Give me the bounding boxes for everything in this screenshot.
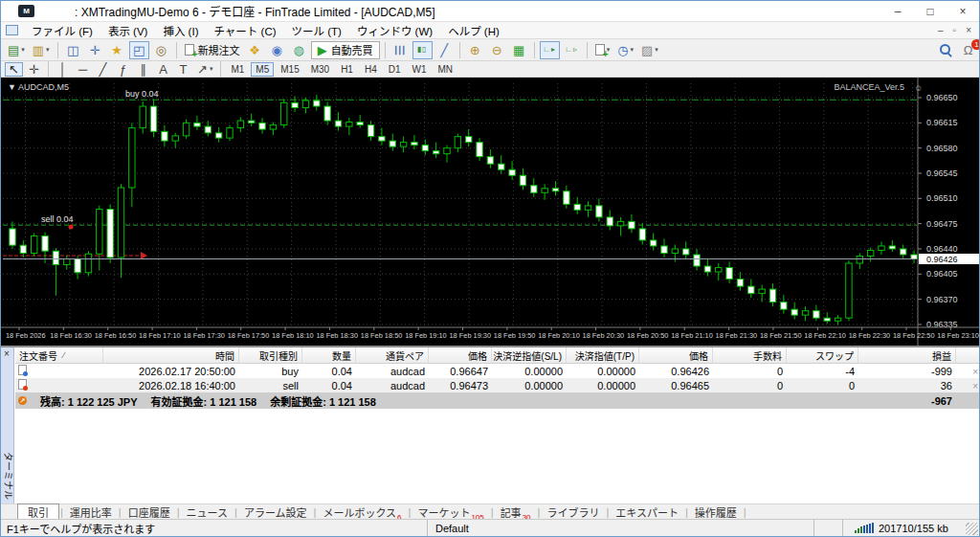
- crosshair-button[interactable]: ✛: [25, 62, 43, 77]
- tile-windows-button[interactable]: ▦: [509, 41, 529, 59]
- tab-7[interactable]: 記事30: [495, 504, 537, 520]
- chart-line-button[interactable]: ╱: [434, 41, 455, 59]
- menu-item-3[interactable]: チャート (C): [206, 26, 283, 37]
- tab-2[interactable]: 口座履歴: [122, 504, 176, 520]
- trend-line-button[interactable]: ╱: [94, 62, 112, 77]
- search-button[interactable]: [936, 41, 956, 59]
- text-label-button[interactable]: T: [174, 62, 192, 77]
- toolbox-button[interactable]: ◰: [129, 41, 149, 59]
- tab-1[interactable]: 運用比率: [64, 504, 118, 520]
- candle-body: [911, 255, 917, 259]
- column-header-7[interactable]: 決済指値(T/P): [567, 347, 639, 363]
- metaeditor-button[interactable]: ❖: [245, 41, 265, 59]
- horizontal-line-icon: ─: [78, 63, 87, 76]
- chart-shift-button[interactable]: ∟▹: [562, 41, 582, 59]
- data-window-button[interactable]: ✛: [85, 41, 105, 59]
- column-header-4[interactable]: 通貨ペア: [356, 347, 429, 363]
- child-minimize-button[interactable]: –: [938, 25, 944, 35]
- toolbox-icon: ◰: [133, 44, 145, 56]
- column-header-11[interactable]: 損益: [858, 347, 956, 363]
- column-header-8[interactable]: 価格: [639, 347, 713, 363]
- periods-button[interactable]: ◷▾: [614, 41, 636, 59]
- close-button[interactable]: ×: [947, 1, 979, 21]
- tab-4[interactable]: アラーム設定: [238, 504, 313, 520]
- column-header-6[interactable]: 決済逆指値(S/L): [492, 347, 567, 363]
- tab-3[interactable]: ニュース: [181, 504, 234, 520]
- menu-item-1[interactable]: 表示 (V): [100, 26, 156, 37]
- market-watch-button[interactable]: ◫: [63, 41, 83, 59]
- column-header-9[interactable]: 手数料: [713, 347, 787, 363]
- timeframe-w1[interactable]: W1: [408, 62, 432, 77]
- child-restore-button[interactable]: ▫: [953, 25, 957, 35]
- new-chart-button[interactable]: ▤▾: [5, 41, 28, 59]
- column-header-5[interactable]: 価格: [429, 347, 492, 363]
- chart-window-icon[interactable]: [6, 25, 18, 35]
- timeframe-mn[interactable]: MN: [434, 62, 458, 77]
- menu-item-5[interactable]: ウィンドウ (W): [349, 26, 440, 37]
- timeframe-m1[interactable]: M1: [226, 62, 249, 77]
- fibonacci-button[interactable]: ƒ: [114, 62, 132, 77]
- candle-body: [75, 259, 80, 273]
- chart-candles-button[interactable]: ▮▯: [412, 41, 433, 59]
- tab-8[interactable]: ライブラリ: [541, 504, 605, 520]
- menu-item-6[interactable]: ヘルプ (H): [440, 26, 507, 37]
- indicators-button[interactable]: ▾: [592, 41, 613, 59]
- close-position-button[interactable]: ×: [972, 381, 978, 392]
- order-row-1[interactable]: 2026.02.18 16:40:00sell0.04audcad0.96473…: [15, 378, 979, 392]
- objects-icon: ↗: [197, 63, 208, 76]
- menu-item-0[interactable]: ファイル (F): [24, 26, 100, 37]
- timeframe-h4[interactable]: H4: [360, 62, 382, 77]
- timeframe-m30[interactable]: M30: [306, 62, 334, 77]
- new-order-button[interactable]: 新規注文: [182, 41, 243, 59]
- chart-bars-icon: ☰: [394, 44, 407, 56]
- toolbox-close-icon[interactable]: ×: [4, 348, 10, 359]
- column-header-2[interactable]: 取引種別: [239, 347, 302, 363]
- objects-button[interactable]: ↗▾: [194, 62, 215, 77]
- timeframe-d1[interactable]: D1: [384, 62, 406, 77]
- resize-grip[interactable]: [966, 523, 978, 535]
- profiles-button[interactable]: ▥▾: [30, 41, 53, 59]
- channel-button[interactable]: ∥: [134, 62, 152, 77]
- navigator-button[interactable]: ★: [107, 41, 127, 59]
- auto-trading-button[interactable]: ▶自動売買: [311, 41, 380, 59]
- time-axis-label: 18 Feb 17:50: [228, 331, 270, 340]
- web-terminal-button[interactable]: ◍: [289, 41, 309, 59]
- status-profile[interactable]: Default: [428, 520, 814, 536]
- toolbar-separator: [176, 42, 177, 58]
- child-close-button[interactable]: ×: [966, 25, 971, 35]
- column-header-3[interactable]: 数量: [302, 347, 356, 363]
- tab-5[interactable]: メールボックス6: [317, 504, 407, 520]
- zoom-in-button[interactable]: ⊕: [465, 41, 485, 59]
- menu-item-2[interactable]: 挿入 (I): [155, 26, 206, 37]
- text-button[interactable]: A: [154, 62, 172, 77]
- menu-item-4[interactable]: ツール (T): [284, 26, 349, 37]
- price-chart[interactable]: 0.966500.966150.965800.965450.965100.964…: [1, 78, 980, 346]
- chart-colors-button[interactable]: ▨▾: [638, 41, 661, 59]
- vertical-line-button[interactable]: │: [54, 62, 72, 77]
- strategy-tester-button[interactable]: ◎: [151, 41, 171, 59]
- maximize-button[interactable]: □: [914, 1, 947, 21]
- community-button[interactable]: ◉: [267, 41, 287, 59]
- candle-body: [314, 101, 320, 106]
- close-position-button[interactable]: ×: [972, 367, 978, 377]
- order-row-0[interactable]: 2026.02.17 20:50:00buy0.04audcad0.966470…: [15, 364, 979, 378]
- tab-6[interactable]: マーケット105: [412, 504, 489, 520]
- column-header-1[interactable]: 時間: [103, 347, 239, 363]
- notifications-button[interactable]: Ω1: [958, 41, 978, 59]
- horizontal-line-button[interactable]: ─: [74, 62, 92, 77]
- zoom-out-button[interactable]: ⊖: [487, 41, 507, 59]
- tab-9[interactable]: エキスパート: [610, 504, 684, 520]
- chart-symbol-label: ▼ AUDCAD,M5: [8, 82, 69, 92]
- column-header-0[interactable]: 注文番号∕: [15, 347, 103, 363]
- tab-10[interactable]: 操作履歴: [689, 504, 743, 520]
- minimize-button[interactable]: –: [881, 1, 914, 21]
- column-header-10[interactable]: スワップ: [787, 347, 858, 363]
- cursor-button[interactable]: ↖: [5, 62, 23, 77]
- timeframe-m15[interactable]: M15: [276, 62, 303, 77]
- timeframe-m5[interactable]: M5: [251, 62, 274, 77]
- chart-bars-button[interactable]: ☰: [390, 41, 411, 59]
- timeframe-h1[interactable]: H1: [336, 62, 358, 77]
- tab-0[interactable]: 取引: [17, 503, 59, 521]
- auto-scroll-button[interactable]: ∟▸: [540, 41, 560, 59]
- connection-status[interactable]: 201710/155 kb: [879, 523, 948, 534]
